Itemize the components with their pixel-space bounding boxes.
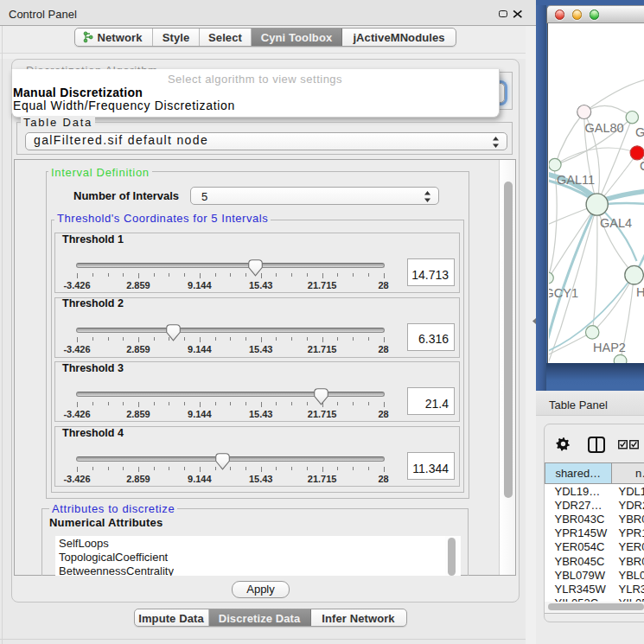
svg-text:HAP2: HAP2	[593, 341, 626, 354]
svg-text:GCY1: GCY1	[549, 286, 578, 300]
svg-text:H: H	[636, 285, 644, 299]
svg-text:GAL11: GAL11	[557, 173, 595, 187]
svg-text:G.: G.	[635, 125, 644, 139]
svg-text:C: C	[640, 159, 644, 173]
svg-text:GAL4: GAL4	[600, 216, 632, 230]
svg-text:GAL80: GAL80	[584, 121, 623, 135]
